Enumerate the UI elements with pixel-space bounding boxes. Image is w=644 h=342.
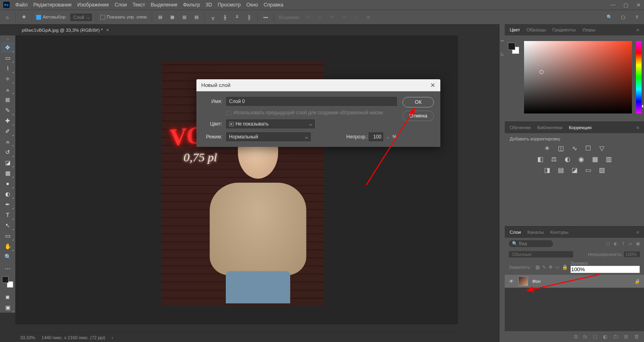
layer-visibility-icon[interactable]: 👁	[509, 279, 514, 284]
menu-select[interactable]: Выделение	[151, 2, 178, 8]
opacity-dlg-input[interactable]	[369, 132, 383, 141]
quickmask-icon[interactable]: ◙	[1, 292, 14, 302]
adj-invert-icon[interactable]: ◨	[543, 166, 551, 174]
fg-bg-colors[interactable]	[2, 276, 13, 288]
3d-zoom-icon[interactable]: ⤢	[352, 13, 360, 21]
lock-art-icon[interactable]: ▭	[555, 264, 559, 270]
menu-help[interactable]: Справка	[264, 2, 283, 8]
tab-color[interactable]: Цвет	[510, 27, 520, 32]
eyedropper-tool[interactable]: ✎	[1, 105, 14, 115]
blend-mode-select[interactable]: Обычные	[509, 251, 573, 258]
layer-thumb[interactable]	[518, 276, 528, 286]
delete-layer-icon[interactable]: 🗑	[634, 334, 639, 340]
menu-filter[interactable]: Фильтр	[183, 2, 200, 8]
window-minimize-icon[interactable]: ―	[611, 2, 616, 8]
align-right-icon[interactable]: ▥	[180, 13, 188, 21]
ok-button[interactable]: ОК	[402, 97, 434, 107]
tab-learn[interactable]: Обучение	[510, 125, 531, 130]
move-tool-icon[interactable]: ✥	[20, 13, 28, 21]
tab-close-icon[interactable]: ×	[106, 27, 109, 33]
menu-window[interactable]: Окно	[246, 2, 258, 8]
layer-name-input[interactable]	[226, 97, 397, 106]
3d-orbit-icon[interactable]: ⟲	[304, 13, 312, 21]
adj-brightness-icon[interactable]: ☀	[543, 144, 551, 152]
zoom-tool[interactable]: 🔍	[1, 251, 14, 262]
crop-tool[interactable]: ⟁	[1, 84, 14, 95]
adj-panel-menu-icon[interactable]: ≡	[636, 125, 639, 130]
document-tab[interactable]: p6Iwc1vBGpA.jpg @ 33,3% (RGB/8#) * ×	[17, 24, 114, 35]
lock-trans-icon[interactable]: ▦	[535, 264, 540, 270]
menu-view[interactable]: Просмотр	[218, 2, 241, 8]
blend-mode-dialog-select[interactable]: Нормальный	[226, 132, 311, 141]
dist-vcenter-icon[interactable]: ╫	[221, 13, 229, 21]
adj-selcolor-icon[interactable]: ▨	[598, 166, 606, 174]
zoom-level[interactable]: 33,33%	[20, 335, 35, 340]
path-select-tool[interactable]: ↖	[1, 220, 14, 231]
adj-levels-icon[interactable]: ◫	[557, 144, 565, 152]
toolbar-grip-icon[interactable]: ››	[6, 37, 9, 41]
filter-shape-icon[interactable]: ▱	[629, 241, 632, 246]
brush-tool[interactable]: ✐	[1, 126, 14, 136]
dist-bottom-icon[interactable]: ╨	[233, 13, 241, 21]
align-center-h-icon[interactable]: ▦	[168, 13, 176, 21]
new-layer-icon[interactable]: ⊞	[624, 334, 628, 340]
show-transform-checkbox[interactable]: Показать упр. элем.	[100, 14, 148, 20]
dist-left-icon[interactable]: ╟	[245, 13, 253, 21]
layer-filter-search[interactable]: 🔍 Вид	[509, 240, 553, 247]
type-tool[interactable]: T	[1, 210, 14, 220]
autoselect-checkbox[interactable]: Автовыбор:	[36, 14, 66, 20]
lasso-tool[interactable]: ⌇	[1, 63, 14, 74]
color-field[interactable]	[524, 41, 632, 113]
blur-tool[interactable]: ●	[1, 178, 14, 189]
hue-slider[interactable]	[636, 41, 642, 113]
menu-image[interactable]: Изображение	[77, 2, 109, 8]
menu-text[interactable]: Текст	[132, 2, 145, 8]
menu-3d[interactable]: 3D	[206, 2, 212, 8]
healing-tool[interactable]: ✚	[1, 115, 14, 126]
group-icon[interactable]: 🗀	[613, 334, 618, 340]
layer-list[interactable]: 👁 Фон 🔒	[505, 275, 644, 331]
link-layers-icon[interactable]: ⧉	[574, 334, 578, 340]
adj-gradmap-icon[interactable]: ▭	[584, 166, 592, 174]
home-icon[interactable]: ⌂	[3, 13, 11, 21]
tab-swatches[interactable]: Образцы	[526, 27, 546, 32]
collapsed-panel-icon-2[interactable]: ♘	[500, 52, 504, 57]
lock-paint-icon[interactable]: ✎	[542, 264, 546, 270]
screenmode-icon[interactable]: ▣	[1, 302, 14, 313]
window-close-icon[interactable]: ✕	[636, 2, 641, 8]
fg-bg-swatch[interactable]	[508, 43, 519, 54]
workspace-icon[interactable]: ▢	[619, 13, 627, 21]
doc-dimensions[interactable]: 1440 пикс. x 2160 пикс. (72 ppi)	[41, 335, 105, 340]
gradient-tool[interactable]: ▦	[1, 168, 14, 178]
tab-patterns[interactable]: Узоры	[582, 27, 595, 32]
tab-gradients[interactable]: Градиенты	[552, 27, 576, 32]
search-icon[interactable]: 🔍	[605, 13, 613, 21]
align-top-icon[interactable]: ▤	[192, 13, 200, 21]
edit-toolbar-icon[interactable]: ⋯	[1, 264, 14, 274]
align-left-icon[interactable]: ▤	[156, 13, 164, 21]
tab-adjustments[interactable]: Коррекция	[569, 125, 592, 130]
adj-photo-icon[interactable]: ◉	[577, 155, 585, 163]
adj-vibrance-icon[interactable]: ▽	[598, 144, 606, 152]
status-chevron-icon[interactable]: ›	[112, 335, 114, 340]
filter-type-icon[interactable]: T	[622, 241, 625, 246]
3d-pan-icon[interactable]: ✥	[328, 13, 336, 21]
history-brush-tool[interactable]: ↺	[1, 147, 14, 157]
3d-camera-icon[interactable]: ▣	[364, 13, 372, 21]
frame-tool[interactable]: ⊠	[1, 95, 14, 105]
pen-tool[interactable]: ✒	[1, 199, 14, 210]
stamp-tool[interactable]: ⍝	[1, 136, 14, 147]
adj-chmixer-icon[interactable]: ▦	[591, 155, 599, 163]
dist-top-icon[interactable]: ╥	[209, 13, 217, 21]
tab-libraries[interactable]: Библиотеки	[537, 125, 562, 130]
eraser-tool[interactable]: ◪	[1, 157, 14, 168]
opacity-input[interactable]	[624, 251, 640, 257]
layer-item-background[interactable]: 👁 Фон 🔒	[505, 275, 644, 288]
share-icon[interactable]: ⇪	[633, 13, 641, 21]
adj-lookup-icon[interactable]: ▥	[605, 155, 613, 163]
autoselect-target-select[interactable]: Слой	[70, 14, 92, 21]
hand-tool[interactable]: ✋	[1, 241, 14, 251]
tab-layers[interactable]: Слои	[510, 230, 521, 235]
adj-bw-icon[interactable]: ◐	[564, 155, 572, 163]
layer-fx-icon[interactable]: fx	[583, 334, 587, 340]
